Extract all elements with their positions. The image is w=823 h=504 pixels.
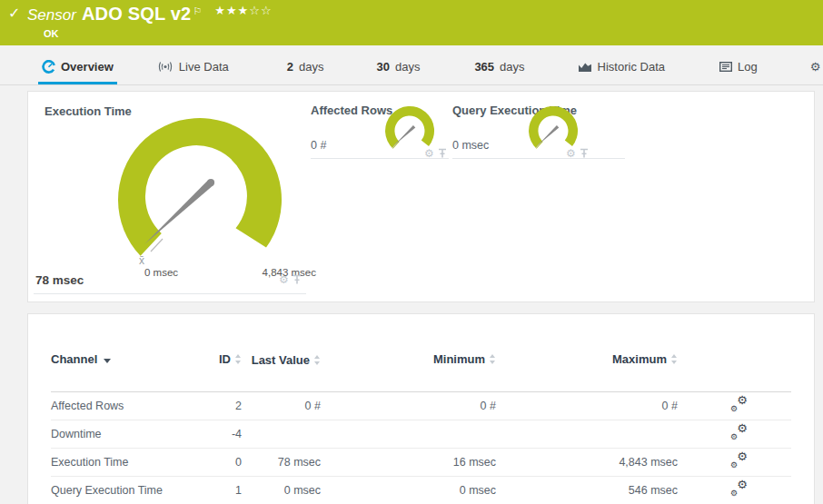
column-header-minimum[interactable]: Minimum — [321, 352, 496, 366]
channel-maximum: 4,843 msec — [496, 456, 678, 469]
gauge-icon — [42, 60, 55, 74]
secondary-gauge-value: 0 # — [311, 139, 326, 152]
status-ok-check-icon: ✓ — [8, 5, 20, 22]
gear-icon: ⚙ — [810, 60, 821, 74]
table-header-row: Channel ID Last Value Minimum Maximum — [51, 340, 791, 392]
average-marker: x̄ — [139, 254, 144, 267]
channel-table: Channel ID Last Value Minimum Maximum Af… — [51, 340, 791, 504]
channel-name[interactable]: Query Execution Time — [51, 484, 187, 497]
channel-settings-icon[interactable]: ⚙⚙ — [730, 453, 748, 469]
sensor-title: ADO SQL v2 — [82, 4, 192, 24]
channel-maximum: 0 # — [496, 400, 678, 412]
gauge-min-label: 0 msec — [144, 267, 178, 278]
tab-label: Log — [738, 60, 758, 74]
channel-id: 1 — [187, 484, 242, 497]
table-row: Downtime -4 ⚙⚙ — [51, 420, 791, 449]
tab-settings[interactable]: ⚙ Settings — [807, 60, 823, 84]
live-signal-icon — [157, 61, 174, 73]
primary-gauge-actions: ⚙ — [279, 274, 302, 285]
tab-365-days[interactable]: 365 days — [471, 60, 528, 84]
channel-name[interactable]: Downtime — [51, 428, 187, 440]
sensor-status-header: ✓ SensorADO SQL v2⚐★★★☆☆ OK — [0, 0, 823, 45]
channel-name[interactable]: Affected Rows — [51, 400, 187, 412]
column-header-maximum[interactable]: Maximum — [496, 352, 678, 366]
secondary-gauge-value: 0 msec — [452, 139, 489, 152]
area-chart-icon — [578, 62, 592, 73]
channel-maximum: 546 msec — [496, 484, 678, 497]
divider — [34, 293, 306, 294]
gauges-panel: Execution Time x̄ 0 msec 4,843 msec 78 m… — [27, 91, 815, 302]
tab-2-days[interactable]: 2 days — [283, 60, 328, 84]
channel-settings-icon[interactable]: ⚙⚙ — [730, 425, 748, 440]
sort-icon — [490, 354, 496, 364]
channels-panel: Channel ID Last Value Minimum Maximum Af… — [27, 313, 815, 504]
tab-overview[interactable]: Overview — [38, 60, 117, 84]
log-list-icon — [719, 62, 732, 72]
table-row: Query Execution Time 1 0 msec 0 msec 546… — [51, 477, 791, 504]
column-header-id[interactable]: ID — [187, 352, 242, 366]
tab-label: Overview — [61, 60, 114, 74]
gauge-max-label: 4,843 msec — [233, 267, 316, 278]
divider — [311, 158, 449, 159]
tab-live-data[interactable]: Live Data — [154, 60, 233, 84]
sort-icon — [235, 354, 242, 364]
tab-bar: Overview Live Data 2 days 30 days 365 da… — [0, 45, 823, 85]
flag-icon[interactable]: ⚐ — [193, 5, 202, 16]
channel-id: 2 — [187, 400, 242, 412]
channel-minimum: 0 msec — [321, 484, 496, 497]
tab-30-days[interactable]: 30 days — [372, 60, 423, 84]
channel-minimum: 16 msec — [321, 456, 496, 469]
channel-settings-icon[interactable]: ⚙⚙ — [730, 397, 748, 412]
tab-historic-data[interactable]: Historic Data — [574, 60, 669, 84]
column-header-channel[interactable]: Channel — [51, 352, 187, 366]
channel-settings-icon[interactable]: ⚙⚙ — [730, 481, 748, 497]
table-row: Execution Time 0 78 msec 16 msec 4,843 m… — [51, 449, 791, 477]
gear-icon[interactable]: ⚙ — [279, 274, 289, 285]
sort-icon — [671, 354, 678, 364]
status-badge: OK — [44, 28, 59, 39]
channel-name[interactable]: Execution Time — [51, 456, 187, 469]
channel-last-value: 0 msec — [242, 484, 321, 497]
channel-id: 0 — [187, 456, 242, 469]
sort-icon — [314, 355, 321, 365]
tab-log[interactable]: Log — [716, 60, 761, 84]
priority-stars[interactable]: ★★★☆☆ — [214, 4, 272, 17]
table-row: Affected Rows 2 0 # 0 # 0 # ⚙⚙ — [51, 392, 791, 420]
tab-label: Live Data — [179, 60, 229, 74]
channel-last-value: 78 msec — [242, 456, 321, 469]
pin-icon[interactable] — [292, 274, 302, 285]
channel-last-value: 0 # — [242, 400, 321, 412]
channel-id: -4 — [187, 428, 242, 440]
divider — [452, 158, 625, 159]
execution-time-gauge: x̄ — [105, 105, 287, 287]
sorted-desc-icon — [104, 359, 111, 363]
primary-gauge-value: 78 msec — [35, 273, 84, 287]
channel-minimum: 0 # — [321, 400, 496, 412]
column-header-last-value[interactable]: Last Value — [242, 352, 321, 369]
tab-label: Historic Data — [598, 60, 665, 74]
object-kind-label: Sensor — [27, 6, 76, 24]
